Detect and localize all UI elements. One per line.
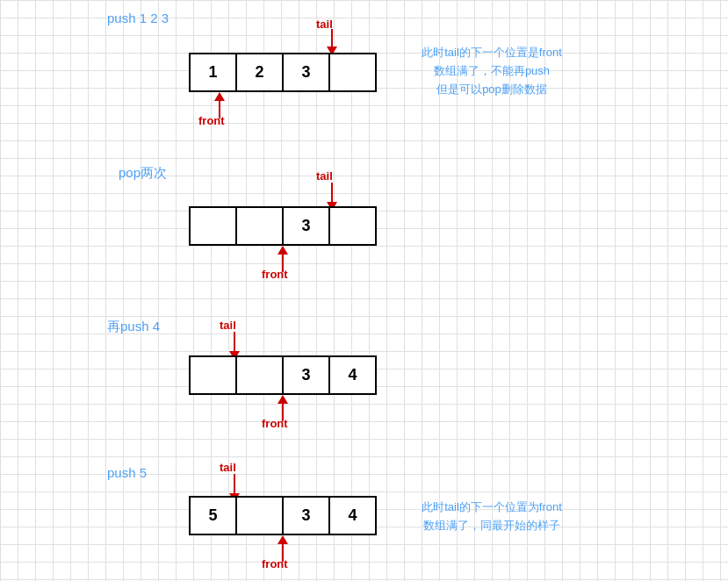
section4-label: push 5 <box>107 465 147 480</box>
cell-4-4: 4 <box>328 496 377 535</box>
section4-array: 5 3 4 <box>189 496 377 535</box>
cell-4-2 <box>235 496 284 535</box>
section3-label: 再push 4 <box>107 319 160 335</box>
cell-3-2 <box>235 355 284 395</box>
cell-1-2: 2 <box>235 53 284 92</box>
cell-4-1: 5 <box>189 496 237 535</box>
section1-array: 1 2 3 <box>189 53 377 92</box>
section4-info: 此时tail的下一个位置为front数组满了，同最开始的样子 <box>382 499 602 535</box>
cell-1-4 <box>328 53 377 92</box>
section3-front-label: front <box>262 417 288 430</box>
section2-label: pop两次 <box>119 165 167 182</box>
section3-tail-label: tail <box>220 319 236 332</box>
cell-3-3: 3 <box>282 355 330 395</box>
cell-2-1 <box>189 206 237 246</box>
cell-2-4 <box>328 206 377 246</box>
cell-4-3: 3 <box>282 496 330 535</box>
main-content: push 1 2 3 tail 1 2 3 front 此时tail的下一个 <box>0 0 728 581</box>
section1-tail-arrow <box>327 29 337 55</box>
section2-front-label: front <box>262 268 288 281</box>
section3-array: 3 4 <box>189 355 377 395</box>
cell-2-2 <box>235 206 284 246</box>
cell-2-3: 3 <box>282 206 330 246</box>
cell-1-1: 1 <box>189 53 237 92</box>
section2-array: 3 <box>189 206 377 246</box>
cell-3-1 <box>189 355 237 395</box>
section1-info: 此时tail的下一个位置是front数组满了，不能再push但是可以pop删除数… <box>382 44 602 98</box>
section2-tail-label: tail <box>316 169 333 183</box>
section4-front-label: front <box>262 557 288 570</box>
section1-label: push 1 2 3 <box>107 11 169 25</box>
section1-front-label: front <box>198 114 225 127</box>
cell-1-3: 3 <box>282 53 330 92</box>
cell-3-4: 4 <box>328 355 377 395</box>
section4-tail-label: tail <box>220 461 236 474</box>
